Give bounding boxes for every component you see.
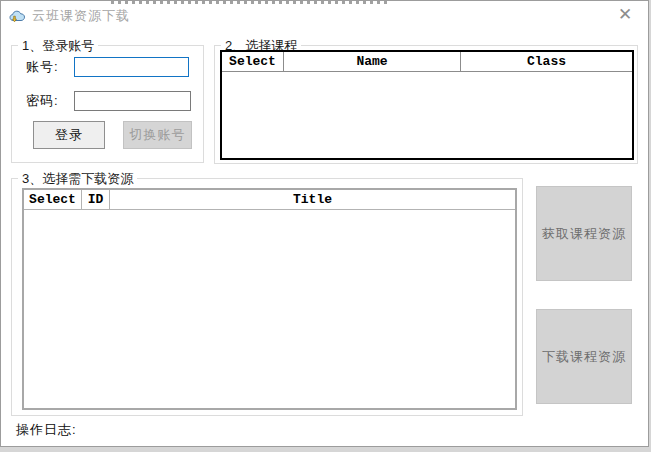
close-button[interactable]: ✕ — [602, 1, 648, 31]
course-column-class[interactable]: Class — [461, 52, 632, 72]
login-button[interactable]: 登录 — [33, 121, 105, 149]
account-label: 账号: — [26, 58, 59, 76]
download-resources-button[interactable]: 下载课程资源 — [536, 309, 632, 404]
window-title: 云班课资源下载 — [32, 1, 130, 30]
login-group-title: 1、登录账号 — [18, 37, 98, 55]
resource-group-title: 3、选择需下载资源 — [18, 170, 137, 188]
app-window: 云班课资源下载 ✕ 1、登录账号 账号: 密码: 登录 切换账号 2、选择课程 … — [0, 0, 649, 447]
fetch-resources-button[interactable]: 获取课程资源 — [536, 186, 632, 281]
password-input[interactable] — [74, 91, 191, 111]
cloud-download-icon — [9, 8, 26, 25]
resource-table-header: Select ID Title — [24, 190, 515, 210]
login-groupbox: 1、登录账号 账号: 密码: 登录 切换账号 — [11, 45, 204, 163]
course-groupbox: 2、选择课程 Select Name Class — [214, 45, 638, 164]
course-table: Select Name Class — [220, 50, 634, 160]
switch-account-button[interactable]: 切换账号 — [123, 121, 192, 149]
resource-column-select[interactable]: Select — [24, 190, 82, 210]
resource-column-id[interactable]: ID — [82, 190, 110, 210]
course-column-name[interactable]: Name — [284, 52, 461, 72]
course-table-body[interactable] — [222, 72, 632, 158]
title-bar[interactable]: 云班课资源下载 ✕ — [1, 1, 648, 31]
resource-table: Select ID Title — [22, 188, 517, 410]
password-label: 密码: — [26, 92, 59, 110]
dashed-focus-artifact — [111, 1, 391, 4]
operation-log-label: 操作日志: — [16, 421, 77, 439]
course-column-select[interactable]: Select — [222, 52, 284, 72]
resource-table-body[interactable] — [24, 210, 515, 408]
course-table-header: Select Name Class — [222, 52, 632, 72]
account-input[interactable] — [74, 57, 189, 77]
resource-groupbox: 3、选择需下载资源 Select ID Title — [11, 178, 523, 416]
resource-column-title[interactable]: Title — [110, 190, 515, 210]
